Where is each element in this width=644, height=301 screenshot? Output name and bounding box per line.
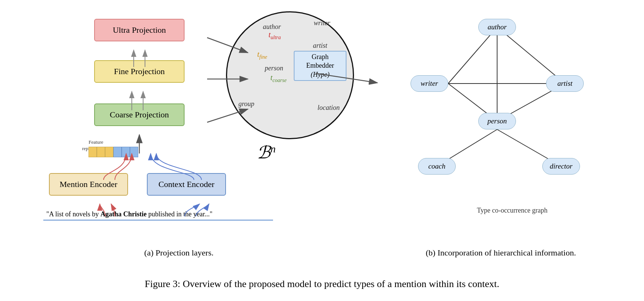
feature-rep (89, 147, 138, 157)
main-container: Ultra Projection Fine Projection Coarse … (0, 0, 644, 301)
context-enc-label: Context Encoder (159, 179, 214, 189)
node-artist: artist (546, 75, 584, 92)
caption-a: (a) Projection layers. (0, 248, 358, 258)
graph-label-text: Type co-occurrence graph (477, 207, 548, 214)
mention-encoder-box: Mention Encoder (49, 173, 128, 196)
node-coach: coach (418, 158, 456, 175)
diagram-b: author writer artist person coach direct… (395, 8, 629, 226)
label-person: person (265, 64, 283, 72)
node-author: author (478, 19, 516, 35)
graph-embedder-box: Graph Embedder (Hype) (294, 51, 346, 81)
feat-block-1 (89, 147, 97, 157)
diagram-a: Ultra Projection Fine Projection Coarse … (23, 8, 384, 241)
svg-line-13 (448, 27, 497, 84)
label-writer: writer (314, 19, 330, 27)
graph-label: Type co-occurrence graph (395, 207, 629, 214)
node-coach-label: coach (428, 162, 445, 170)
captions: (a) Projection layers. (b) Incorporation… (0, 248, 644, 258)
bn-label: ℬn (257, 142, 276, 163)
ge-line3: (Hype) (311, 70, 330, 79)
label-location: location (317, 104, 340, 112)
coarse-projection-box: Coarse Projection (94, 103, 185, 126)
node-writer-label: writer (421, 79, 438, 88)
node-writer: writer (411, 75, 448, 92)
node-person-label: person (487, 117, 507, 125)
ultra-projection-box: Ultra Projection (94, 19, 185, 41)
fine-projection-box: Fine Projection (94, 60, 185, 83)
feat-block-5 (122, 147, 130, 157)
label-t-ultra: tultra (269, 30, 281, 41)
mention-enc-label: Mention Encoder (60, 179, 117, 189)
label-author: author (263, 23, 281, 31)
sentence-box: "A list of novels by Agatha Christie pub… (43, 209, 273, 220)
node-author-label: author (488, 23, 507, 31)
figure-caption: Figure 3: Overview of the proposed model… (0, 278, 644, 290)
feat-block-4 (113, 147, 122, 157)
feat-block-6 (130, 147, 138, 157)
ge-line1: Graph (312, 53, 329, 61)
label-t-fine: tfine (257, 50, 267, 60)
fine-proj-label: Fine Projection (114, 67, 165, 76)
ultra-proj-label: Ultra Projection (113, 25, 166, 35)
label-t-coarse: tcoarse (270, 73, 287, 84)
node-person: person (478, 113, 516, 129)
figure-caption-text: Figure 3: Overview of the proposed model… (145, 278, 499, 289)
node-director-label: director (550, 162, 573, 170)
feat-block-2 (97, 147, 105, 157)
label-group: group (238, 100, 254, 108)
ge-line2: Embedder (306, 61, 334, 70)
caption-b-text: (b) Incorporation of hierarchical inform… (426, 248, 576, 257)
node-artist-label: artist (557, 79, 572, 88)
context-encoder-box: Context Encoder (147, 173, 226, 196)
node-director: director (542, 158, 580, 175)
caption-b: (b) Incorporation of hierarchical inform… (358, 248, 644, 258)
sentence-text: "A list of novels by Agatha Christie pub… (46, 210, 212, 218)
label-artist: artist (313, 42, 327, 50)
coarse-proj-label: Coarse Projection (110, 110, 169, 120)
feat-block-3 (105, 147, 113, 157)
caption-a-text: (a) Projection layers. (144, 248, 214, 257)
